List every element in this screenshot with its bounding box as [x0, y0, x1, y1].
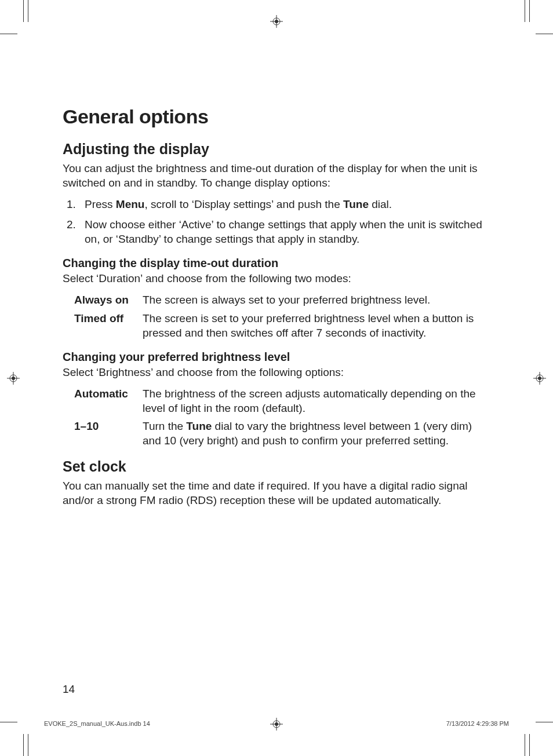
steps-list: Press Menu, scroll to ‘Display settings’…: [63, 197, 492, 246]
step-1: Press Menu, scroll to ‘Display settings’…: [79, 197, 492, 211]
section-heading-adjusting-display: Adjusting the display: [63, 141, 492, 158]
def-desc: The brightness of the screen adjusts aut…: [143, 386, 492, 415]
crop-mark: [525, 734, 525, 756]
def-row-automatic: Automatic The brightness of the screen a…: [63, 386, 492, 415]
def-term: Timed off: [63, 311, 143, 340]
inline-bold: Menu: [116, 198, 145, 210]
lead-text: Select ‘Brightness’ and choose from the …: [63, 365, 492, 379]
crop-mark: [536, 722, 553, 722]
crop-mark: [28, 734, 28, 756]
registration-mark-icon: [7, 372, 20, 385]
page-number: 14: [63, 683, 75, 696]
footer-timestamp: 7/13/2012 4:29:38 PM: [446, 720, 509, 727]
subheading-timeout: Changing the display time-out duration: [63, 257, 492, 270]
crop-mark: [529, 0, 530, 22]
def-term: 1–10: [63, 419, 143, 448]
crop-mark: [23, 0, 24, 22]
footer-filename: EVOKE_2S_manual_UK-Aus.indb 14: [44, 720, 150, 727]
section-heading-set-clock: Set clock: [63, 458, 492, 475]
intro-paragraph: You can adjust the brightness and time-o…: [63, 161, 492, 190]
subheading-brightness: Changing your preferred brightness level: [63, 350, 492, 364]
crop-mark: [23, 734, 24, 756]
crop-mark: [28, 0, 28, 22]
def-row-timed-off: Timed off The screen is set to your pref…: [63, 311, 492, 340]
def-term: Always on: [63, 293, 143, 307]
def-desc: Turn the Tune dial to vary the brightnes…: [143, 419, 492, 448]
crop-mark: [536, 34, 553, 34]
def-row-always-on: Always on The screen is always set to yo…: [63, 293, 492, 307]
definition-list-brightness: Automatic The brightness of the screen a…: [63, 386, 492, 448]
def-desc: The screen is set to your preferred brig…: [143, 311, 492, 340]
step-text: dial.: [369, 198, 392, 210]
crop-mark: [0, 722, 17, 722]
step-text: , scroll to ‘Display settings’ and push …: [144, 198, 343, 210]
page-content: General options Adjusting the display Yo…: [63, 105, 492, 514]
definition-list-duration: Always on The screen is always set to yo…: [63, 293, 492, 339]
inline-bold: Tune: [186, 420, 212, 432]
step-text: Press: [85, 198, 116, 210]
crop-mark: [525, 0, 525, 22]
registration-mark-icon: [533, 372, 546, 385]
def-row-1-10: 1–10 Turn the Tune dial to vary the brig…: [63, 419, 492, 448]
def-desc: The screen is always set to your preferr…: [143, 293, 492, 307]
lead-text: Select ‘Duration’ and choose from the fo…: [63, 271, 492, 286]
set-clock-paragraph: You can manually set the time and date i…: [63, 479, 492, 507]
crop-mark: [529, 734, 530, 756]
page-title: General options: [63, 105, 492, 128]
inline-bold: Tune: [343, 198, 369, 210]
step-2: Now choose either ‘Active’ to change set…: [79, 217, 492, 246]
crop-mark: [0, 34, 17, 34]
def-desc-text: Turn the: [143, 420, 186, 432]
registration-mark-icon: [270, 718, 283, 731]
def-term: Automatic: [63, 386, 143, 415]
registration-mark-icon: [270, 15, 283, 28]
